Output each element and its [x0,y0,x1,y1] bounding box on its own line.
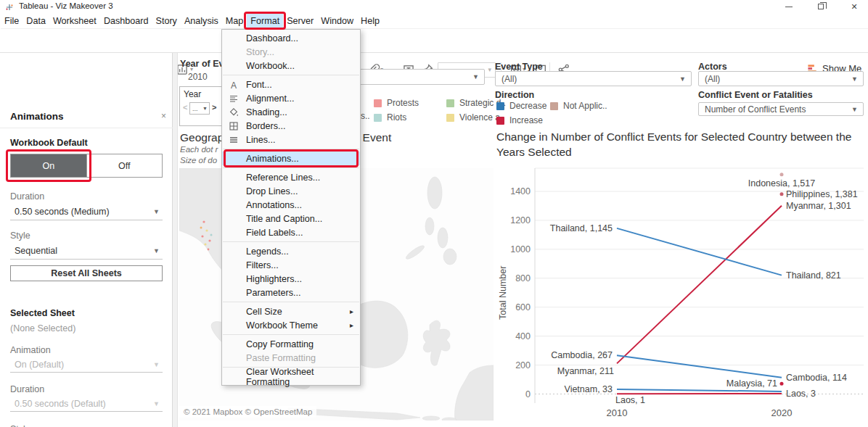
legend-label: Increase [509,115,543,125]
series-line-vietnam[interactable] [617,389,782,391]
menu-item-label: Borders... [246,121,286,131]
start-label-myanmar: Myanmar, 211 [557,366,614,376]
menu-item-label: Dashboard... [246,33,298,43]
format-menu-item-reference-lines[interactable]: Reference Lines... [222,170,360,184]
legend-label: Decrease [509,101,546,111]
legend-label: Riots [387,112,406,123]
format-menu-item-workbook-theme[interactable]: Workbook Theme▸ [222,318,360,332]
menu-separator [223,75,359,75]
menu-item-label: Parameters... [246,288,301,298]
toggle-off-button[interactable]: Off [86,154,163,177]
workbook-default-label: Workbook Default [10,138,88,148]
legend-item-riots[interactable]: Riots [374,112,419,123]
legend-item-not-applic[interactable]: Not Applic.. [550,101,607,111]
series-line-cambodia[interactable] [617,355,782,378]
toggle-on-button[interactable]: On [11,154,86,177]
tableau-app-icon [5,3,14,12]
sheet-animation-dropdown[interactable]: On (Default) ▼ [10,357,163,373]
menu-item-label: Story... [246,47,274,57]
y-tick-label: 800 [515,273,531,283]
sheet-duration-dropdown[interactable]: 0.50 seconds (Default) ▼ [10,396,163,412]
sheet-duration-value: 0.50 seconds (Default) [15,399,106,409]
format-menu-item-copy-formatting[interactable]: Copy Formatting [222,337,360,351]
restore-icon [818,4,824,9]
page-prev-button[interactable]: < [183,103,187,112]
menubar-item-server[interactable]: Server [283,13,317,28]
format-menu-item-field-labels[interactable]: Field Labels... [222,225,360,239]
slope-chart[interactable]: 0200400600800100012001400Total Number201… [496,128,868,427]
format-menu-item-filters[interactable]: Filters... [222,258,360,272]
format-menu-item-parameters[interactable]: Parameters... [222,286,360,299]
format-menu-item-workbook[interactable]: Workbook... [222,59,360,72]
pane-title: Animations [10,111,64,122]
menubar-item-data[interactable]: Data [22,13,49,28]
y-tick-label: 1400 [510,186,531,196]
minimize-button[interactable] [778,0,800,13]
series-dot-indonesia[interactable] [780,173,784,176]
menubar-item-worksheet[interactable]: Worksheet [49,13,100,28]
submenu-arrow-icon: ▸ [350,307,353,315]
menubar-item-window[interactable]: Window [317,13,357,28]
format-menu-item-dashboard[interactable]: Dashboard... [222,31,360,45]
page-dropdown[interactable]: ...▼ [189,102,210,115]
measure-value: Number of Conflict Events [705,104,806,115]
actors-dropdown[interactable]: (All) ▼ [698,71,864,86]
menubar-item-story[interactable]: Story [152,13,181,28]
format-menu-item-highlighters[interactable]: Highlighters... [222,272,360,286]
menubar-item-file[interactable]: File [1,13,22,28]
menubar-item-analysis[interactable]: Analysis [181,13,222,28]
menubar-item-format[interactable]: Format [247,13,283,28]
format-menu-item-title-and-caption[interactable]: Title and Caption... [222,212,360,225]
close-button[interactable]: ✕ [843,0,865,13]
menubar-item-help[interactable]: Help [357,13,383,28]
format-menu-item-animations[interactable]: Animations... [222,152,360,165]
format-menu-item-clear-worksheet-formatting[interactable]: Clear Worksheet Formatting [222,370,360,384]
menu-item-label: Cell Size [246,307,282,317]
menu-item-label: Paste Formatting [246,353,316,363]
duration-dropdown[interactable]: 0.50 seconds (Medium) ▼ [10,203,163,220]
restore-button[interactable] [810,0,832,13]
menu-separator [223,241,359,242]
format-menu-item-shading[interactable]: Shading... [222,105,360,119]
page-next-button[interactable]: > [212,103,216,112]
pane-close-button[interactable]: × [161,111,166,121]
format-menu-item-annotations[interactable]: Annotations... [222,198,360,212]
menu-item-label: Copy Formatting [246,339,314,349]
legend-label: Protests [387,98,419,108]
format-menu: Dashboard...Story...Workbook...AFont...A… [221,29,361,386]
format-menu-item-font[interactable]: AFont... [222,78,360,91]
menu-item-label: Workbook Theme [246,320,318,331]
format-menu-item-alignment[interactable]: Alignment... [222,91,360,105]
series-dot-philippines[interactable] [780,192,784,196]
sheet-style-label: Style [10,424,30,427]
legend-swatch [446,114,454,122]
style-dropdown[interactable]: Sequential ▼ [10,242,163,260]
tableau-window: Tableau - Viz Makeover 3 ✕ FileDataWorks… [0,0,868,427]
chevron-down-icon: ▼ [153,361,160,368]
reset-all-sheets-button[interactable]: Reset All Sheets [10,265,163,281]
y-tick-label: 400 [515,331,531,341]
legend-item-increase[interactable]: Increase [496,115,546,125]
menu-item-label: Annotations... [246,200,302,210]
y-tick-label: 200 [515,360,531,370]
legend-item-protests[interactable]: Protests [374,98,419,108]
series-dot-malaysia[interactable] [780,382,784,386]
format-menu-item-lines[interactable]: Lines... [222,133,360,146]
format-menu-item-borders[interactable]: Borders... [222,119,360,133]
series-line-myanmar[interactable] [617,206,782,364]
menu-item-label: Legends... [246,246,289,257]
format-menu-item-drop-lines[interactable]: Drop Lines... [222,184,360,198]
menu-item-label: Clear Worksheet Formatting [246,367,360,387]
series-line-thailand[interactable] [617,228,782,275]
menubar-item-map[interactable]: Map [222,13,247,28]
menubar-item-dashboard[interactable]: Dashboard [100,13,152,28]
format-menu-item-cell-size[interactable]: Cell Size▸ [222,304,360,318]
legend-item-decrease[interactable]: Decrease [496,101,546,111]
minimize-icon [785,7,793,7]
measure-dropdown[interactable]: Number of Conflict Events ▼ [698,102,864,116]
menu-item-label: Lines... [246,135,276,145]
start-label-laos: Laos, 1 [615,395,645,405]
event-type-dropdown[interactable]: (All) ▼ [495,71,692,86]
year-filter-value[interactable]: 2010 [188,72,208,82]
format-menu-item-legends[interactable]: Legends... [222,244,360,258]
